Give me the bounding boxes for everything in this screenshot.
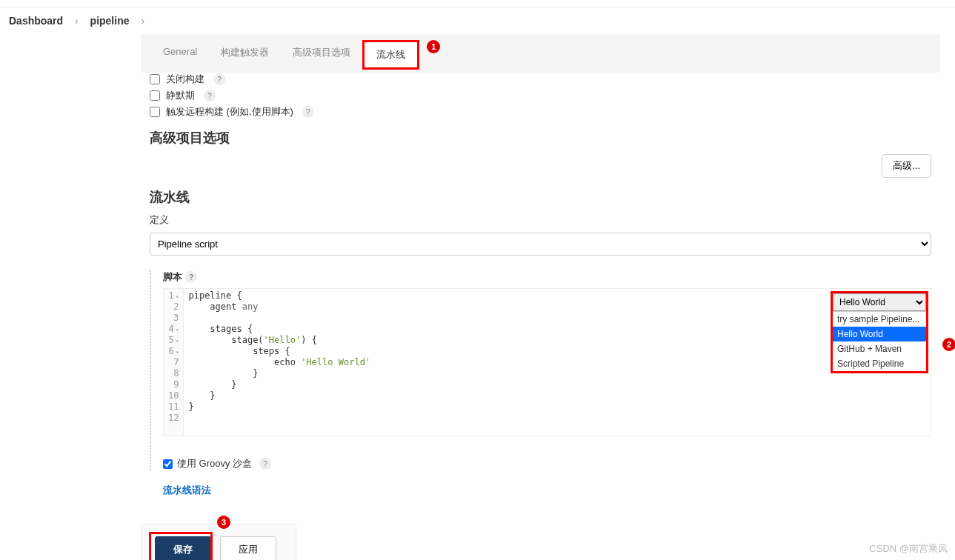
watermark: CSDN @南宫乘风 [869, 542, 948, 556]
breadcrumb: Dashboard › pipeline › [0, 7, 955, 34]
breadcrumb-dashboard[interactable]: Dashboard [9, 15, 63, 27]
annotation-3: 3 [217, 516, 230, 529]
advanced-section-title: 高级项目选项 [150, 129, 931, 147]
label-quiet-period: 静默期 [166, 89, 195, 102]
help-icon[interactable]: ? [185, 271, 197, 283]
sample-opt-try[interactable]: try sample Pipeline... [833, 312, 926, 327]
sample-select[interactable]: Hello World [833, 293, 926, 311]
sample-options-list: try sample Pipeline... Hello World GitHu… [833, 311, 926, 371]
pipeline-syntax-link[interactable]: 流水线语法 [163, 484, 211, 496]
sample-opt-hello[interactable]: Hello World [833, 327, 926, 341]
tab-build-triggers[interactable]: 构建触发器 [209, 40, 281, 70]
groovy-sandbox-row: 使用 Groovy 沙盒 ? [163, 457, 931, 470]
advanced-button[interactable]: 高级... [882, 154, 931, 178]
tab-general[interactable]: General [151, 40, 209, 70]
help-icon[interactable]: ? [259, 458, 271, 470]
breadcrumb-pipeline[interactable]: pipeline [90, 15, 130, 27]
checkbox-disable-build[interactable] [150, 74, 160, 84]
tab-pipeline[interactable]: 流水线 [362, 40, 419, 70]
definition-label: 定义 [150, 213, 931, 227]
help-icon[interactable]: ? [213, 73, 225, 85]
script-label: 脚本 ? [163, 270, 931, 284]
annotation-1: 1 [427, 40, 440, 53]
config-tabs: General 构建触发器 高级项目选项 流水线 1 [141, 40, 940, 70]
annotation-2: 2 [942, 338, 955, 351]
row-remote-trigger: 触发远程构建 (例如,使用脚本) ? [150, 105, 931, 119]
footer-actions: 3 保存 应用 [141, 524, 296, 560]
label-groovy-sandbox: 使用 Groovy 沙盒 [177, 457, 252, 470]
sample-pipeline-dropdown: Hello World try sample Pipeline... Hello… [831, 291, 928, 373]
script-editor[interactable]: 123 456 789 101112 pipeline { agent any … [163, 288, 931, 436]
breadcrumb-sep: › [141, 15, 144, 27]
checkbox-quiet-period[interactable] [150, 90, 160, 101]
label-disable-build: 关闭构建 [166, 73, 204, 86]
checkbox-remote-trigger[interactable] [150, 107, 160, 117]
top-bar [0, 0, 955, 7]
row-quiet-period: 静默期 ? [150, 89, 931, 102]
editor-code[interactable]: pipeline { agent any stages { stage('Hel… [184, 289, 931, 436]
definition-select[interactable]: Pipeline script [150, 233, 931, 256]
breadcrumb-sep: › [75, 15, 79, 27]
tab-advanced-options[interactable]: 高级项目选项 [281, 40, 362, 70]
help-icon[interactable]: ? [302, 106, 314, 118]
help-icon[interactable]: ? [204, 90, 216, 101]
save-button[interactable]: 保存 [155, 536, 211, 560]
script-block: 脚本 ? 123 456 789 101112 pipeline { agent… [150, 270, 931, 470]
sample-opt-scripted[interactable]: Scripted Pipeline [833, 356, 926, 371]
apply-button[interactable]: 应用 [220, 536, 276, 560]
pipeline-section-title: 流水线 [150, 188, 931, 206]
main-content: General 构建触发器 高级项目选项 流水线 1 关闭构建 ? 静默期 ? … [141, 34, 940, 519]
checkbox-groovy-sandbox[interactable] [163, 459, 173, 469]
label-remote-trigger: 触发远程构建 (例如,使用脚本) [166, 105, 293, 119]
sample-opt-github[interactable]: GitHub + Maven [833, 341, 926, 356]
row-disable-build: 关闭构建 ? [150, 73, 931, 86]
editor-gutter: 123 456 789 101112 [164, 289, 184, 436]
